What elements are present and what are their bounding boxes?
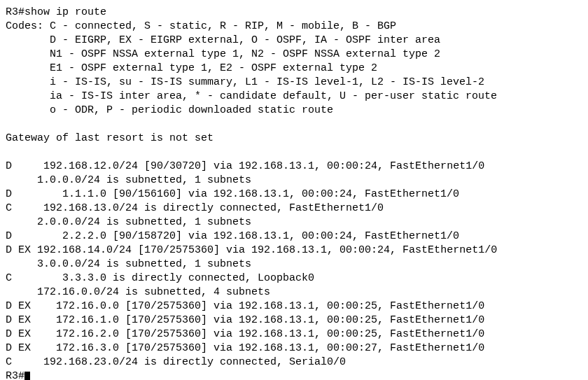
route-code: D EX: [6, 328, 31, 340]
prompt: R3#: [6, 6, 24, 18]
codes-header: Codes: C - connected, S - static, R - RI…: [6, 20, 396, 32]
cursor-icon: [24, 372, 30, 380]
route-code: D: [6, 188, 12, 200]
codes-line: N1 - OSPF NSSA external type 1, N2 - OSP…: [50, 48, 440, 60]
route-indent: [6, 286, 37, 298]
route-entry: 192.168.13.0/24 is directly connected, F…: [43, 202, 384, 214]
route-indent: [6, 174, 37, 186]
route-entry: 1.1.1.0 [90/156160] via 192.168.13.1, 00…: [62, 188, 459, 200]
route-indent: [6, 258, 37, 270]
route-entry: 172.16.3.0 [170/2575360] via 192.168.13.…: [56, 342, 484, 354]
route-entry: 172.16.0.0 [170/2575360] via 192.168.13.…: [56, 300, 484, 312]
route-indent: [31, 328, 56, 340]
route-entry: 192.168.12.0/24 [90/30720] via 192.168.1…: [43, 160, 484, 172]
route-indent: [12, 188, 62, 200]
route-indent: [31, 300, 56, 312]
route-indent: [12, 272, 62, 284]
route-indent: [31, 342, 56, 354]
route-entry: 172.16.2.0 [170/2575360] via 192.168.13.…: [56, 328, 484, 340]
codes-line: i - IS-IS, su - IS-IS summary, L1 - IS-I…: [50, 76, 484, 88]
route-code: C: [6, 202, 12, 214]
route-code: D EX: [6, 244, 31, 256]
route-indent: [12, 160, 43, 172]
route-entry: 2.0.0.0/24 is subnetted, 1 subnets: [37, 216, 251, 228]
route-entry: 3.3.3.0 is directly connected, Loopback0: [62, 272, 314, 284]
route-indent: [12, 356, 43, 368]
route-indent: [31, 244, 37, 256]
route-code: D: [6, 160, 12, 172]
route-entry: 172.16.0.0/24 is subnetted, 4 subnets: [37, 286, 270, 298]
final-prompt: R3#: [6, 370, 24, 380]
route-entry: 3.0.0.0/24 is subnetted, 1 subnets: [37, 258, 251, 270]
route-code: D EX: [6, 342, 31, 354]
terminal-output[interactable]: R3#show ip route Codes: C - connected, S…: [0, 0, 588, 380]
route-code: C: [6, 356, 12, 368]
route-indent: [12, 230, 62, 242]
gateway-line: Gateway of last resort is not set: [6, 132, 214, 144]
route-entry: 192.168.14.0/24 [170/2575360] via 192.16…: [37, 244, 497, 256]
route-code: D EX: [6, 300, 31, 312]
route-entry: 172.16.1.0 [170/2575360] via 192.168.13.…: [56, 314, 484, 326]
codes-line: E1 - OSPF external type 1, E2 - OSPF ext…: [50, 62, 377, 74]
route-entry: 192.168.23.0/24 is directly connected, S…: [43, 356, 346, 368]
route-code: D: [6, 230, 12, 242]
route-indent: [12, 202, 43, 214]
codes-line: o - ODR, P - periodic downloaded static …: [50, 104, 333, 116]
route-entry: 2.2.2.0 [90/158720] via 192.168.13.1, 00…: [62, 230, 459, 242]
codes-line: D - EIGRP, EX - EIGRP external, O - OSPF…: [50, 34, 440, 46]
route-indent: [31, 314, 56, 326]
route-code: D EX: [6, 314, 31, 326]
route-indent: [6, 216, 37, 228]
route-code: C: [6, 272, 12, 284]
command-text: show ip route: [24, 6, 106, 18]
route-entry: 1.0.0.0/24 is subnetted, 1 subnets: [37, 174, 251, 186]
codes-line: ia - IS-IS inter area, * - candidate def…: [50, 90, 497, 102]
